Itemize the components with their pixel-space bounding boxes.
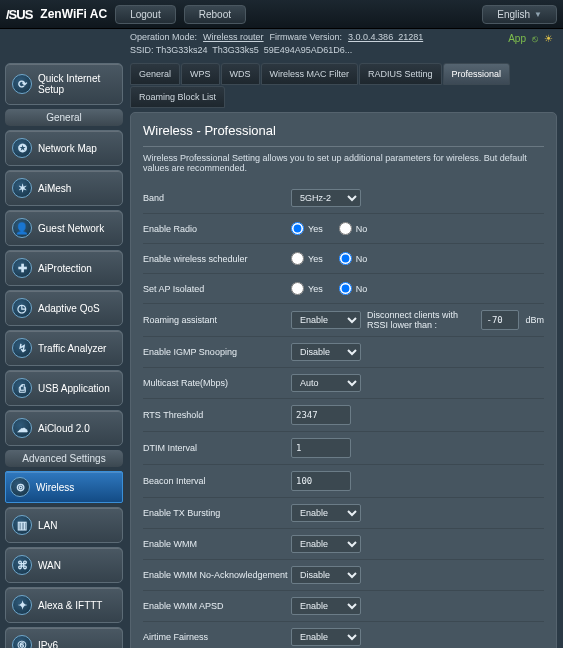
sidebar-item-ipv6[interactable]: ⑥IPv6: [5, 627, 123, 648]
scheduler-yes[interactable]: Yes: [291, 252, 323, 265]
product-name: ZenWiFi AC: [40, 7, 107, 21]
wifi-icon: ⊚: [10, 477, 30, 497]
roaming-assistant-select[interactable]: Enable: [291, 311, 361, 329]
sidebar-item-lan[interactable]: ▥LAN: [5, 507, 123, 543]
sidebar-item-traffic[interactable]: ↯Traffic Analyzer: [5, 330, 123, 366]
sidebar-item-wireless[interactable]: ⊚Wireless: [5, 471, 123, 503]
sidebar-item-aicloud[interactable]: ☁AiCloud 2.0: [5, 410, 123, 446]
sidebar-item-network-map[interactable]: ✪Network Map: [5, 130, 123, 166]
section-general: General: [5, 109, 123, 126]
band-select[interactable]: 5GHz-2: [291, 189, 361, 207]
meta-line1: Operation Mode: Wireless router Firmware…: [0, 29, 563, 45]
globe-icon: ✪: [12, 138, 32, 158]
multicast-rate-select[interactable]: Auto: [291, 374, 361, 392]
scheduler-no[interactable]: No: [339, 252, 368, 265]
sidebar-item-aimesh[interactable]: ✶AiMesh: [5, 170, 123, 206]
tab-radius[interactable]: RADIUS Setting: [359, 63, 442, 85]
tab-bar: General WPS WDS Wireless MAC Filter RADI…: [130, 63, 557, 108]
sidebar-item-alexa[interactable]: ✦Alexa & IFTTT: [5, 587, 123, 623]
tab-wds[interactable]: WDS: [221, 63, 260, 85]
fw-link[interactable]: 3.0.0.4.386_21281: [348, 32, 423, 42]
lan-icon: ▥: [12, 515, 32, 535]
sidebar: ⟳Quick Internet Setup General ✪Network M…: [0, 59, 128, 648]
tab-general[interactable]: General: [130, 63, 180, 85]
app-link[interactable]: App: [508, 33, 526, 44]
sidebar-item-qos[interactable]: ◷Adaptive QoS: [5, 290, 123, 326]
wmm-apsd-select[interactable]: Enable: [291, 597, 361, 615]
shield-icon: ✚: [12, 258, 32, 278]
brand-logo: /SUS: [6, 7, 32, 22]
tab-professional[interactable]: Professional: [443, 63, 511, 85]
igmp-select[interactable]: Disable: [291, 343, 361, 361]
sidebar-item-aiprotection[interactable]: ✚AiProtection: [5, 250, 123, 286]
logout-button[interactable]: Logout: [115, 5, 176, 24]
user-icon: 👤: [12, 218, 32, 238]
usb-icon: ⎋: [532, 33, 538, 44]
txbursting-select[interactable]: Enable: [291, 504, 361, 522]
usb-icon: ⎙: [12, 378, 32, 398]
chart-icon: ↯: [12, 338, 32, 358]
tab-macfilter[interactable]: Wireless MAC Filter: [261, 63, 359, 85]
section-advanced: Advanced Settings: [5, 450, 123, 467]
wmm-noack-select[interactable]: Disable: [291, 566, 361, 584]
rts-input[interactable]: [291, 405, 351, 425]
mesh-icon: ✶: [12, 178, 32, 198]
ap-isolated-no[interactable]: No: [339, 282, 368, 295]
dtim-input[interactable]: [291, 438, 351, 458]
tab-wps[interactable]: WPS: [181, 63, 220, 85]
sidebar-item-guest[interactable]: 👤Guest Network: [5, 210, 123, 246]
tab-roaming-block[interactable]: Roaming Block List: [130, 86, 225, 108]
beacon-input[interactable]: [291, 471, 351, 491]
sidebar-item-usb[interactable]: ⎙USB Application: [5, 370, 123, 406]
sidebar-item-qis[interactable]: ⟳Quick Internet Setup: [5, 63, 123, 105]
wireless-professional-panel: Wireless - Professional Wireless Profess…: [130, 112, 557, 648]
airtime-fairness-select[interactable]: Enable: [291, 628, 361, 646]
gauge-icon: ◷: [12, 298, 32, 318]
enable-radio-no[interactable]: No: [339, 222, 368, 235]
wizard-icon: ⟳: [12, 74, 32, 94]
rssi-input[interactable]: [481, 310, 519, 330]
sidebar-item-wan[interactable]: ⌘WAN: [5, 547, 123, 583]
wmm-select[interactable]: Enable: [291, 535, 361, 553]
alexa-icon: ✦: [12, 595, 32, 615]
status-icon: ☀: [544, 33, 553, 44]
language-select[interactable]: English ▼: [482, 5, 557, 24]
chevron-down-icon: ▼: [534, 10, 542, 19]
ap-isolated-yes[interactable]: Yes: [291, 282, 323, 295]
panel-title: Wireless - Professional: [143, 123, 544, 147]
meta-line2: SSID: Th3G33ks24 Th3G33ks5 59E494A95AD61…: [0, 45, 563, 59]
cloud-icon: ☁: [12, 418, 32, 438]
titlebar: /SUS ZenWiFi AC Logout Reboot English ▼: [0, 0, 563, 29]
enable-radio-yes[interactable]: Yes: [291, 222, 323, 235]
panel-desc: Wireless Professional Setting allows you…: [143, 153, 544, 173]
wan-icon: ⌘: [12, 555, 32, 575]
opmode-link[interactable]: Wireless router: [203, 32, 264, 42]
ipv6-icon: ⑥: [12, 635, 32, 648]
reboot-button[interactable]: Reboot: [184, 5, 246, 24]
